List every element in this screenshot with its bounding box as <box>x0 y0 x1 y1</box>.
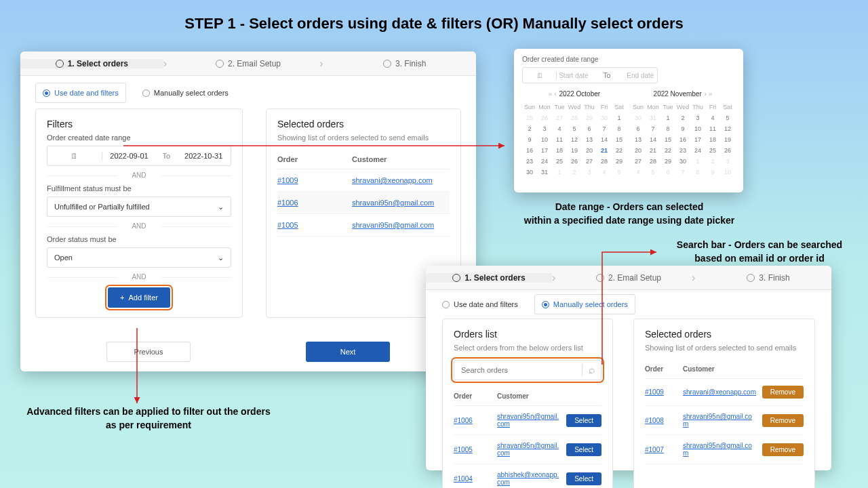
next-month-icon[interactable]: › » <box>705 90 713 98</box>
calendar-day[interactable]: 12 <box>567 134 582 145</box>
calendar-day[interactable]: 27 <box>631 156 646 167</box>
calendar-day[interactable]: 9 <box>675 123 690 134</box>
calendar-day[interactable]: 15 <box>612 134 627 145</box>
calendar-day[interactable]: 16 <box>675 134 690 145</box>
radio-manual[interactable]: Manually select orders <box>534 294 635 314</box>
order-link[interactable]: #1009 <box>645 388 664 396</box>
calendar-day[interactable]: 6 <box>582 123 597 134</box>
customer-link[interactable]: shravani@xeonapp.com <box>683 388 756 396</box>
date-range-input[interactable]: 🗓 2022-09-01To2022-10-31 <box>47 146 231 166</box>
calendar-day[interactable]: 23 <box>522 156 537 167</box>
calendar-day[interactable]: 20 <box>582 145 597 156</box>
order-link[interactable]: #1004 <box>454 475 473 483</box>
customer-link[interactable]: abhishek@xeonapp.com <box>497 471 559 486</box>
calendar-day[interactable]: 15 <box>660 134 675 145</box>
calendar-day[interactable]: 28 <box>597 156 612 167</box>
calendar-day[interactable]: 17 <box>537 145 552 156</box>
remove-button[interactable]: Remove <box>762 414 804 427</box>
calendar-day[interactable]: 2 <box>522 123 537 134</box>
calendar-day[interactable]: 9 <box>522 134 537 145</box>
step-1[interactable]: 1. Select orders <box>20 59 163 68</box>
calendar-day[interactable]: 14 <box>597 134 612 145</box>
step-2[interactable]: 2. Email Setup <box>177 59 320 68</box>
calendar-day[interactable]: 24 <box>537 156 552 167</box>
calendar-day[interactable]: 17 <box>690 134 705 145</box>
calendar-day[interactable]: 4 <box>705 113 720 123</box>
calendar-day[interactable]: 18 <box>552 145 567 156</box>
order-link[interactable]: #1006 <box>277 199 298 207</box>
calendar-day[interactable]: 19 <box>567 145 582 156</box>
calendar-day[interactable]: 7 <box>646 123 660 134</box>
calendar-day[interactable]: 13 <box>631 134 646 145</box>
calendar-day[interactable]: 28 <box>646 156 660 167</box>
order-link[interactable]: #1006 <box>454 417 473 424</box>
remove-button[interactable]: Remove <box>762 443 804 456</box>
calendar-day[interactable]: 10 <box>690 123 705 134</box>
calendar-day[interactable]: 20 <box>631 145 646 156</box>
search-input[interactable]: ⌕ <box>454 360 601 380</box>
order-link[interactable]: #1005 <box>454 446 473 453</box>
calendar-day[interactable]: 11 <box>705 123 720 134</box>
previous-button[interactable]: Previous <box>106 342 191 362</box>
radio-use-filters[interactable]: Use date and filters <box>442 294 518 314</box>
step-3[interactable]: 3. Finish <box>705 273 831 283</box>
customer-link[interactable]: shravani95n@gmail.com <box>352 221 434 229</box>
customer-link[interactable]: shravani@xeonapp.com <box>352 176 433 184</box>
calendar-day[interactable]: 1 <box>660 113 675 123</box>
select-button[interactable]: Select <box>566 472 601 485</box>
select-button[interactable]: Select <box>566 443 601 456</box>
calendar-day[interactable]: 21 <box>597 145 612 156</box>
add-filter-button[interactable]: +Add filter <box>108 287 170 308</box>
step-3[interactable]: 3. Finish <box>333 59 476 68</box>
step-1[interactable]: 1. Select orders <box>426 273 552 283</box>
customer-link[interactable]: shravani95n@gmail.com <box>683 442 752 457</box>
customer-link[interactable]: shravani95n@gmail.com <box>497 413 559 428</box>
calendar-day[interactable]: 30 <box>522 167 537 178</box>
calendar-day[interactable]: 26 <box>720 145 735 156</box>
calendar-day[interactable]: 10 <box>537 134 552 145</box>
calendar-day[interactable]: 3 <box>690 113 705 123</box>
calendar-day[interactable]: 25 <box>705 145 720 156</box>
order-link[interactable]: #1009 <box>277 176 298 184</box>
customer-link[interactable]: shravani95n@gmail.com <box>352 199 434 207</box>
calendar-day[interactable]: 27 <box>582 156 597 167</box>
calendar-day[interactable]: 12 <box>720 123 735 134</box>
calendar-day[interactable]: 6 <box>631 123 646 134</box>
next-button[interactable]: Next <box>306 342 390 362</box>
calendar-day[interactable]: 24 <box>690 145 705 156</box>
calendar-day[interactable]: 5 <box>567 123 582 134</box>
calendar-day[interactable]: 4 <box>552 123 567 134</box>
calendar-day[interactable]: 11 <box>552 134 567 145</box>
dp-input[interactable]: 🗓 Start dateToEnd date <box>522 67 658 83</box>
step-2[interactable]: 2. Email Setup <box>566 273 692 283</box>
calendar-day[interactable]: 22 <box>612 145 627 156</box>
calendar-day[interactable]: 5 <box>720 113 735 123</box>
calendar-day[interactable]: 14 <box>646 134 660 145</box>
calendar-day[interactable]: 31 <box>537 167 552 178</box>
calendar-day[interactable]: 19 <box>720 134 735 145</box>
calendar-day[interactable]: 23 <box>675 145 690 156</box>
order-link[interactable]: #1005 <box>277 221 298 229</box>
calendar-day[interactable]: 21 <box>646 145 660 156</box>
calendar-day[interactable]: 22 <box>660 145 675 156</box>
customer-link[interactable]: shravani95n@gmail.com <box>497 442 559 457</box>
order-status-select[interactable]: Open⌄ <box>47 247 231 268</box>
calendar-day[interactable]: 7 <box>597 123 612 134</box>
calendar-day[interactable]: 16 <box>522 145 537 156</box>
calendar-day[interactable]: 18 <box>705 134 720 145</box>
radio-use-filters[interactable]: Use date and filters <box>35 83 126 103</box>
calendar-day[interactable]: 29 <box>660 156 675 167</box>
calendar-day[interactable]: 2 <box>675 113 690 123</box>
calendar-day[interactable]: 8 <box>660 123 675 134</box>
customer-link[interactable]: shravani95n@gmail.com <box>683 413 752 428</box>
calendar-day[interactable]: 8 <box>612 123 627 134</box>
order-link[interactable]: #1008 <box>645 417 664 424</box>
select-button[interactable]: Select <box>566 414 601 427</box>
fulfillment-select[interactable]: Unfulfilled or Partially fulfilled⌄ <box>47 197 231 217</box>
prev-month-icon[interactable]: « ‹ <box>549 90 557 98</box>
calendar-day[interactable]: 1 <box>612 113 627 123</box>
calendar-day[interactable]: 13 <box>582 134 597 145</box>
remove-button[interactable]: Remove <box>762 386 804 399</box>
calendar-day[interactable]: 29 <box>612 156 627 167</box>
radio-manual[interactable]: Manually select orders <box>142 83 229 103</box>
